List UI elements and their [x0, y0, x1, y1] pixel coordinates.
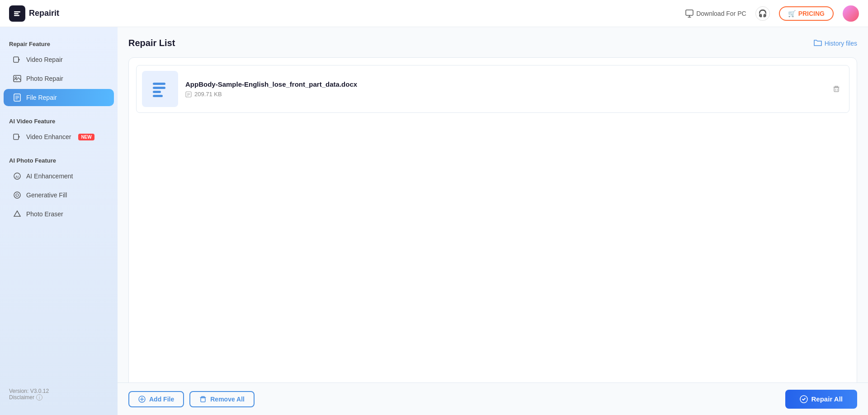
footer-bar: Add File Remove All Repair All [118, 382, 868, 415]
page-title: Repair List [128, 38, 175, 48]
svg-rect-23 [153, 83, 165, 85]
delete-file-button[interactable] [829, 82, 844, 96]
svg-marker-16 [19, 135, 20, 138]
svg-rect-37 [201, 398, 205, 402]
add-file-button[interactable]: Add File [128, 391, 184, 407]
file-meta: 209.71 KB [185, 91, 822, 98]
disclaimer-label: Disclaimer [9, 394, 34, 401]
help-button[interactable]: 🎧 [755, 6, 770, 21]
new-badge: NEW [78, 134, 94, 140]
svg-rect-2 [14, 13, 19, 14]
generative-fill-icon [13, 191, 22, 199]
history-files-button[interactable]: History files [814, 38, 857, 48]
svg-marker-21 [14, 211, 20, 216]
file-list-container: AppBody-Sample-English_lose_front_part_d… [128, 57, 857, 404]
video-enhancer-icon [13, 133, 22, 141]
ai-enhancement-icon: AI [13, 172, 22, 180]
svg-rect-25 [153, 91, 161, 93]
file-repair-icon [13, 93, 22, 102]
disclaimer-button[interactable]: Disclaimer i [9, 394, 108, 401]
repair-section-label: Repair Feature [0, 36, 118, 50]
svg-rect-26 [153, 95, 163, 97]
topbar: Repairit Download For PC 🎧 🛒 PRICING [0, 0, 868, 27]
sidebar-item-label: Photo Repair [26, 75, 63, 82]
remove-all-button[interactable]: Remove All [189, 391, 255, 407]
topbar-right: Download For PC 🎧 🛒 PRICING [685, 5, 859, 22]
logo-area: Repairit [9, 5, 127, 22]
pricing-button[interactable]: 🛒 PRICING [779, 6, 834, 21]
file-thumbnail [142, 71, 178, 107]
svg-rect-4 [686, 10, 693, 15]
info-icon: i [36, 394, 42, 401]
file-card: AppBody-Sample-English_lose_front_part_d… [136, 65, 849, 113]
download-pc-button[interactable]: Download For PC [685, 9, 746, 18]
sidebar-item-video-repair[interactable]: Video Repair [4, 51, 114, 68]
sidebar-item-photo-repair[interactable]: Photo Repair [4, 70, 114, 87]
file-size-icon [185, 91, 192, 98]
file-name: AppBody-Sample-English_lose_front_part_d… [185, 80, 822, 88]
sidebar-item-photo-eraser[interactable]: Photo Eraser [4, 205, 114, 223]
headset-icon: 🎧 [758, 9, 767, 18]
video-repair-icon [13, 56, 22, 64]
sidebar-item-ai-enhancement[interactable]: AI AI Enhancement [4, 168, 114, 185]
svg-rect-31 [834, 88, 839, 92]
user-avatar[interactable] [843, 5, 859, 22]
trash-icon [832, 85, 840, 93]
sidebar-item-label: Generative Fill [26, 191, 67, 199]
svg-rect-1 [14, 11, 20, 13]
svg-rect-7 [14, 57, 19, 62]
sidebar-item-label: Photo Eraser [26, 210, 63, 218]
app-logo-icon [9, 5, 25, 22]
download-pc-label: Download For PC [696, 10, 746, 17]
ai-video-section-label: AI Video Feature [0, 113, 118, 127]
file-info: AppBody-Sample-English_lose_front_part_d… [185, 80, 822, 98]
sidebar-bottom: Version: V3.0.12 Disclaimer i [0, 382, 118, 406]
repair-all-button[interactable]: Repair All [785, 390, 857, 409]
sidebar-item-video-enhancer[interactable]: Video Enhancer NEW [4, 128, 114, 145]
svg-rect-3 [14, 15, 19, 16]
main-content: Repair List History files [118, 27, 868, 415]
svg-text:AI: AI [15, 175, 19, 179]
app-name: Repairit [29, 9, 59, 18]
folder-icon [814, 38, 822, 48]
svg-rect-9 [14, 75, 21, 82]
ai-photo-section-label: AI Photo Feature [0, 153, 118, 167]
pricing-label: PRICING [798, 10, 825, 17]
sidebar: Repair Feature Video Repair Photo Repair… [0, 27, 118, 415]
svg-rect-24 [153, 87, 165, 89]
svg-point-10 [15, 77, 17, 79]
sidebar-item-generative-fill[interactable]: Generative Fill [4, 187, 114, 204]
doc-icon [149, 77, 171, 101]
monitor-icon [685, 9, 693, 18]
sidebar-item-file-repair[interactable]: File Repair [4, 89, 114, 106]
sidebar-item-label: Video Enhancer [26, 133, 71, 140]
content-header: Repair List History files [128, 38, 857, 48]
cart-icon: 🛒 [788, 10, 796, 17]
add-file-label: Add File [149, 396, 174, 403]
file-size: 209.71 KB [194, 91, 222, 98]
repair-all-label: Repair All [811, 395, 843, 403]
sidebar-item-label: AI Enhancement [26, 173, 73, 180]
version-label: Version: V3.0.12 [9, 388, 108, 394]
sidebar-item-label: Video Repair [26, 56, 63, 63]
repair-icon [800, 395, 808, 403]
photo-eraser-icon [13, 210, 22, 218]
svg-rect-15 [14, 134, 19, 140]
main-layout: Repair Feature Video Repair Photo Repair… [0, 27, 868, 415]
history-files-label: History files [825, 40, 857, 47]
trash-all-icon [199, 396, 207, 403]
sidebar-item-label: File Repair [26, 94, 57, 101]
svg-marker-8 [19, 58, 20, 61]
photo-repair-icon [13, 75, 22, 83]
svg-point-20 [16, 194, 19, 196]
remove-all-label: Remove All [210, 396, 245, 403]
svg-point-19 [14, 192, 20, 198]
add-icon [138, 396, 146, 403]
